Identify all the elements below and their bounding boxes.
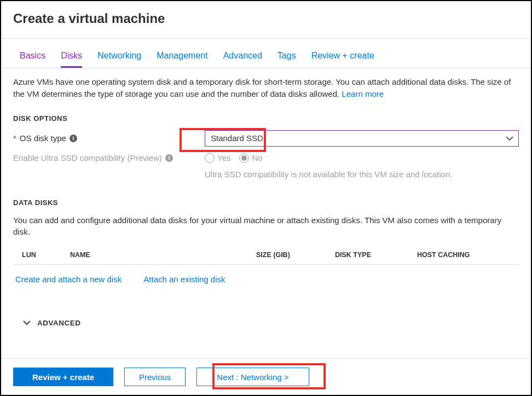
disk-options-heading: DISK OPTIONS [13, 114, 519, 123]
tab-tags[interactable]: Tags [277, 51, 296, 68]
disks-description-text: Azure VMs have one operating system disk… [13, 77, 511, 98]
ultra-ssd-helper-text: Ultra SSD compatibility is not available… [205, 170, 519, 179]
disks-description: Azure VMs have one operating system disk… [13, 76, 519, 100]
previous-button[interactable]: Previous [124, 368, 186, 386]
ultra-ssd-no-radio [239, 153, 249, 163]
tabs-row: Basics Disks Networking Management Advan… [1, 39, 531, 68]
review-create-button[interactable]: Review + create [13, 368, 113, 386]
page-title: Create a virtual machine [13, 11, 519, 26]
tab-advanced[interactable]: Advanced [223, 51, 262, 68]
os-disk-type-label: * OS disk type i [13, 133, 205, 143]
info-icon[interactable]: i [70, 135, 77, 142]
tab-networking[interactable]: Networking [97, 51, 141, 68]
advanced-accordion-label: ADVANCED [37, 319, 81, 327]
column-type: DISK TYPE [335, 251, 417, 259]
os-disk-type-select[interactable]: Standard SSD [205, 130, 519, 147]
info-icon: i [165, 154, 173, 162]
column-name: NAME [70, 251, 256, 259]
ultra-ssd-label-text: Enable Ultra SSD compatibility (Preview) [13, 153, 162, 162]
tab-basics[interactable]: Basics [20, 51, 45, 68]
ultra-ssd-yes-radio [205, 153, 215, 163]
column-caching: HOST CACHING [417, 251, 519, 259]
chevron-down-icon [23, 319, 31, 327]
column-size: SIZE (GIB) [256, 251, 335, 259]
ultra-ssd-yes-label: Yes [217, 153, 230, 162]
data-disks-heading: DATA DISKS [13, 199, 519, 207]
os-disk-type-value: Standard SSD [211, 133, 263, 143]
required-indicator: * [13, 133, 16, 143]
footer: Review + create Previous Next : Networki… [1, 358, 531, 395]
ultra-ssd-label: Enable Ultra SSD compatibility (Preview)… [13, 153, 205, 162]
create-attach-disk-link[interactable]: Create and attach a new disk [15, 275, 122, 284]
advanced-accordion[interactable]: ADVANCED [13, 309, 519, 334]
ultra-ssd-no-label: No [252, 153, 262, 162]
column-lun: LUN [22, 251, 70, 259]
data-disks-table-header: LUN NAME SIZE (GIB) DISK TYPE HOST CACHI… [13, 246, 519, 265]
tab-review-create[interactable]: Review + create [311, 51, 374, 68]
tab-disks[interactable]: Disks [61, 51, 82, 68]
ultra-ssd-radio-group: Yes No [205, 153, 263, 163]
os-disk-type-label-text: OS disk type [20, 133, 66, 143]
next-networking-button[interactable]: Next : Networking > [196, 368, 309, 386]
tab-management[interactable]: Management [157, 51, 207, 68]
data-disks-description: You can add and configure additional dat… [13, 214, 519, 238]
learn-more-link[interactable]: Learn more [342, 89, 384, 98]
attach-existing-disk-link[interactable]: Attach an existing disk [143, 275, 225, 284]
